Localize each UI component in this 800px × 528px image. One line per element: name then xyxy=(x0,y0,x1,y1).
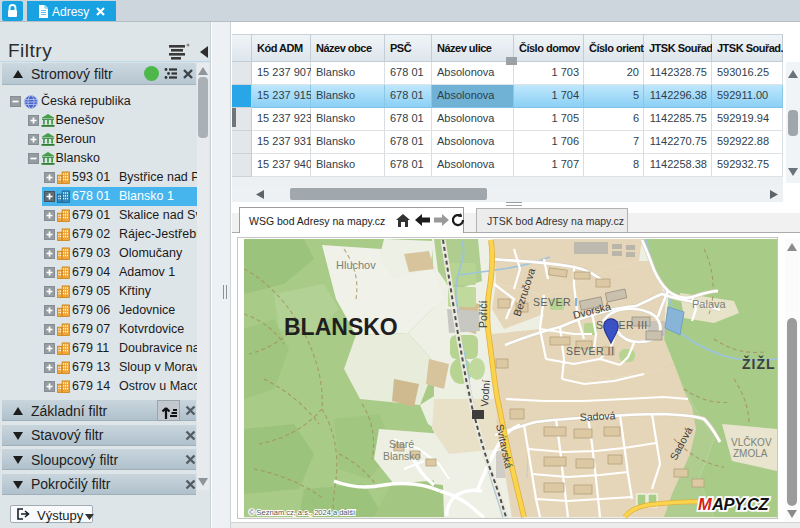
svg-text:ŽIŽL: ŽIŽL xyxy=(742,355,776,372)
svg-text:M: M xyxy=(698,495,713,513)
svg-text:Staré: Staré xyxy=(389,438,414,450)
svg-text:BLANSKO: BLANSKO xyxy=(284,314,398,340)
svg-text:ZMOLA: ZMOLA xyxy=(733,448,768,459)
svg-text:Vodní: Vodní xyxy=(478,379,492,407)
svg-text:Poříčí: Poříčí xyxy=(477,300,489,328)
svg-text:SEVER II: SEVER II xyxy=(566,345,614,357)
svg-text:Blansko: Blansko xyxy=(383,450,421,462)
svg-text:SEVER I: SEVER I xyxy=(533,296,578,308)
svg-text:Sadová: Sadová xyxy=(579,409,615,423)
svg-text:APY.CZ: APY.CZ xyxy=(711,495,769,513)
svg-text:Hluchov: Hluchov xyxy=(336,259,376,271)
svg-text:Palava: Palava xyxy=(692,298,727,310)
svg-text:VLČKOV: VLČKOV xyxy=(731,436,772,448)
svg-text:© Seznam.cz, a.s., 2024 a dalš: © Seznam.cz, a.s., 2024 a další xyxy=(249,508,356,517)
